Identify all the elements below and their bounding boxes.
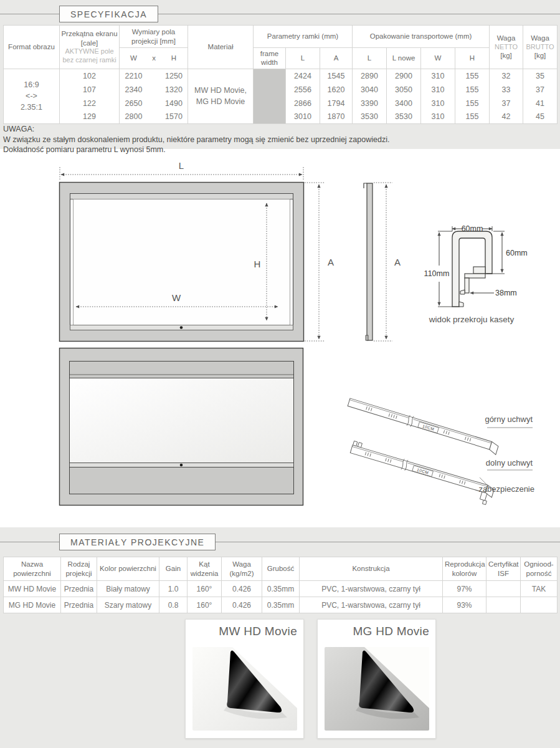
- spec-cell: 155: [455, 110, 490, 124]
- spec-cell: 3010: [286, 110, 320, 124]
- sub-header-w: W: [120, 48, 148, 69]
- mat-cell: 97%: [443, 581, 486, 597]
- col-header-packaging: Opakowanie transportowe (mm): [353, 26, 490, 48]
- spec-cell: 35: [523, 69, 558, 83]
- sub-header-frame-width: frame width: [254, 48, 286, 69]
- spec-cell: 32: [490, 69, 523, 83]
- mat-header: Reprodukcja kolorów: [443, 557, 486, 581]
- diagonal-sub-label: AKTYWNE pole bez czarnej ramki: [60, 47, 118, 65]
- spec-cell: 310: [421, 69, 455, 83]
- dim-w-label: W: [172, 292, 181, 303]
- sub-header-pack-l: L: [353, 48, 387, 69]
- mat-cell: PVC, 1-warstwowa, czarny tył: [300, 597, 443, 613]
- mat-cell: PVC, 1-warstwowa, czarny tył: [300, 581, 443, 597]
- spec-cell: 2866: [286, 97, 320, 110]
- sub-header-pack-w: W: [421, 48, 455, 69]
- spec-cell: 1250: [160, 69, 188, 83]
- sub-header-h: H: [160, 48, 188, 69]
- spec-cell: 42: [490, 110, 523, 124]
- mat-cell: 0.426: [222, 597, 262, 613]
- materials-section-title: MATERIAŁY PROJEKCYJNE: [59, 534, 216, 550]
- format-line: 16:9: [5, 79, 58, 90]
- spec-cell-spacer: [148, 110, 160, 124]
- material-line: MG HD Movie: [189, 96, 252, 107]
- dim-h-label: H: [254, 259, 261, 269]
- spec-cell: 2556: [286, 83, 320, 97]
- mat-cell: Biały matowy: [97, 581, 159, 597]
- cross-section-caption: widok przekroju kasety: [429, 315, 515, 324]
- weight-label: Waga: [490, 34, 522, 42]
- mat-cell: 93%: [443, 597, 486, 613]
- dim-a-side-label: A: [394, 257, 401, 267]
- mat-cell: 0.8: [159, 597, 187, 613]
- sub-header-pack-h: H: [455, 48, 490, 69]
- brutto-label: BRUTTO: [524, 43, 556, 52]
- mat-cell: 0.35mm: [262, 597, 300, 613]
- col-header-frame-params: Parametry ramki (mm): [254, 26, 353, 48]
- diagonal-main-label: Przekątna ekranu [cale]: [60, 29, 118, 47]
- mat-header: Kąt widzenia: [187, 557, 222, 581]
- mat-cell: 160°: [187, 581, 222, 597]
- cs-bottom-dim: 38mm: [495, 289, 517, 297]
- mat-cell: MW HD Movie: [4, 581, 61, 597]
- format-line: <->: [5, 90, 58, 102]
- mat-cell: [486, 597, 521, 613]
- technical-diagrams: L H W A A: [0, 150, 560, 527]
- spec-cell: 102: [60, 69, 120, 83]
- sub-header-pack-l-new: L nowe: [387, 48, 421, 69]
- sample-label-mw: MW HD Movie: [186, 620, 303, 638]
- mat-cell: [486, 581, 521, 597]
- spec-cell: 155: [455, 69, 490, 83]
- bracket-labels: górny uchwyt dolny uchwyt zabezpieczenie: [478, 415, 534, 494]
- mat-cell: 1.0: [159, 581, 187, 597]
- spec-cell: 1490: [160, 97, 188, 110]
- spec-cell: 310: [421, 83, 455, 97]
- mat-header: Grubość: [262, 557, 300, 581]
- note-title: UWAGA:: [3, 124, 389, 135]
- front-view-diagram: L H W A: [60, 160, 335, 342]
- netto-label: NETTO: [490, 43, 522, 52]
- spec-section-header: SPECYFIKACJA: [0, 6, 560, 23]
- spec-cell: 107: [60, 83, 120, 97]
- spec-cell: 37: [523, 83, 558, 97]
- frame-width-block: [254, 69, 286, 124]
- col-header-format: Format obrazu: [4, 26, 60, 69]
- mat-header: Waga (kg/m2): [222, 557, 262, 581]
- dim-l-label: L: [179, 160, 184, 171]
- cs-left-dim: 110mm: [424, 269, 450, 278]
- col-header-weight-gross: Waga BRUTTO [kg]: [523, 26, 558, 69]
- sub-header-frame-a: A: [320, 48, 353, 69]
- spec-cell: 3530: [387, 110, 421, 124]
- lower-bracket-label: dolny uchwyt: [486, 458, 533, 467]
- dim-a-front-label: A: [328, 257, 334, 267]
- col-header-material: Materiał: [188, 26, 254, 69]
- spec-cell: 2890: [353, 69, 387, 83]
- weight-label: Waga: [524, 34, 556, 42]
- spec-cell: 3400: [387, 97, 421, 110]
- spec-cell: 1870: [320, 110, 353, 124]
- mat-cell: 160°: [187, 597, 222, 613]
- mat-cell: [521, 597, 558, 613]
- spec-cell: 2424: [286, 69, 320, 83]
- spec-cell-spacer: [148, 69, 160, 83]
- mat-header: Kolor powierzchni: [97, 557, 159, 581]
- spec-cell: 45: [523, 110, 558, 124]
- mat-header: Certyfikat ISF: [486, 557, 521, 581]
- spec-cell: 310: [421, 97, 455, 110]
- spec-sheet-page: SPECYFIKACJA Format obrazu Przekątna ekr…: [0, 0, 560, 748]
- cs-top-dim: 60mm: [462, 224, 483, 233]
- mat-header: Konstrukcja: [300, 557, 443, 581]
- mat-cell: TAK: [521, 581, 558, 597]
- sample-swatch-mg-image: [325, 643, 429, 733]
- sample-swatch-mw-image: [192, 643, 297, 733]
- material-value-cell: MW HD Movie, MG HD Movie: [188, 69, 254, 124]
- kg-label: [kg]: [490, 51, 522, 60]
- mat-header: Ogniood-porność: [521, 557, 558, 581]
- materials-table: Nazwa powierzchni Rodzaj projekcji Kolor…: [3, 557, 558, 613]
- spec-cell: 3040: [353, 83, 387, 97]
- spec-cell: 2210: [120, 69, 148, 83]
- spec-cell-spacer: [148, 97, 160, 110]
- mat-cell: Szary matowy: [97, 597, 159, 613]
- mat-header: Nazwa powierzchni: [4, 557, 61, 581]
- format-line: 2.35:1: [5, 102, 58, 113]
